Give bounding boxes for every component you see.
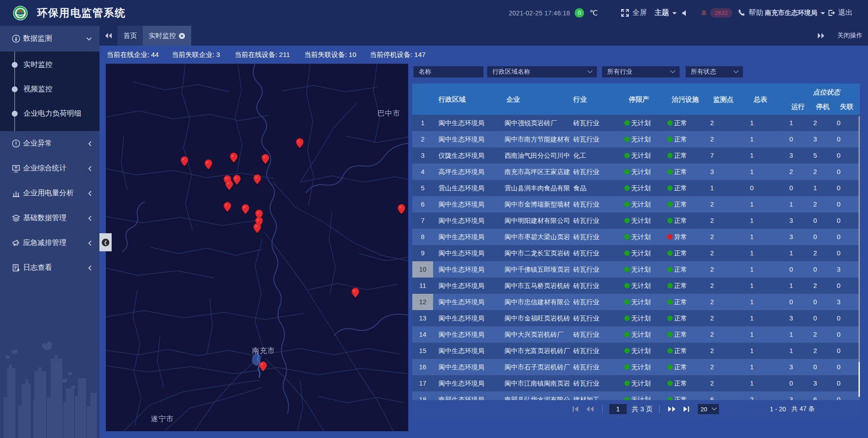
table-row-13[interactable]: 13阆中生态环境局阆中市金福旺页岩机砖砖瓦行业无计划正常21300 bbox=[412, 310, 860, 326]
cell-facility: 正常 bbox=[661, 326, 692, 343]
table-row-16[interactable]: 16阆中生态环境局阆中市石子页岩机砖厂砖瓦行业无计划正常21300 bbox=[412, 359, 860, 375]
map-city-label-南充市: 南充市 bbox=[252, 346, 275, 356]
record-total-label: 共 47 条 bbox=[792, 405, 815, 413]
tab-首页[interactable]: 首页 bbox=[118, 26, 143, 46]
cell-index: 1 bbox=[412, 115, 433, 131]
map-pin[interactable] bbox=[262, 154, 269, 165]
sidebar: 数据监测实时监控视频监控企业电力负荷明细企业异常企业综合统计企业用电量分析基础数… bbox=[0, 26, 99, 438]
table-row-17[interactable]: 17阆中生态环境局阆中市江南镇阆南页岩砖瓦行业无计划正常21030 bbox=[412, 375, 860, 391]
map-pin[interactable] bbox=[181, 156, 188, 167]
org-dropdown[interactable]: 南充市生态环境局 bbox=[765, 9, 825, 17]
cell-limit: 无计划 bbox=[613, 229, 661, 245]
industry-filter-select[interactable]: 所有行业 bbox=[602, 66, 680, 78]
table-row-3[interactable]: 3仪陇生态环境局西南油气田分公司川中化工无计划正常71350 bbox=[412, 147, 860, 164]
status-filter-select[interactable]: 所有状态 bbox=[685, 66, 743, 78]
map-panel[interactable]: ❮ 巴中市南充市遂宁市 bbox=[106, 64, 408, 431]
table-row-2[interactable]: 2阆中生态环境局阆中市南方节能建材有砖瓦行业无计划正常21030 bbox=[412, 131, 860, 147]
name-filter-input[interactable]: 名称 bbox=[413, 66, 484, 78]
table-row-8[interactable]: 8阆中生态环境局阆中市枣碧大梁山页岩砖瓦行业无计划异常21300 bbox=[412, 229, 860, 245]
map-pin[interactable] bbox=[242, 204, 249, 215]
sidebar-item-4[interactable]: 基础数据管理 bbox=[0, 206, 99, 231]
theme-dropdown[interactable]: 主题 bbox=[655, 8, 677, 18]
log-icon bbox=[12, 264, 20, 272]
page-number-input[interactable]: 1 bbox=[609, 404, 627, 414]
megaphone-icon bbox=[12, 239, 20, 247]
notifications-button[interactable]: 2632 bbox=[700, 8, 732, 18]
cell-limit: 无计划 bbox=[613, 391, 661, 400]
table-scrollbar-track[interactable] bbox=[859, 116, 860, 362]
cell-meter: 1 bbox=[732, 196, 772, 212]
map-pin[interactable] bbox=[226, 180, 233, 191]
map-pin[interactable] bbox=[254, 223, 261, 234]
table-row-4[interactable]: 4高坪生态环境局南充市高坪区王家店建砖瓦行业无计划正常31220 bbox=[412, 164, 860, 180]
table-row-10[interactable]: 10阆中生态环境局阆中千佛镇五郎垭页岩砖瓦行业无计划正常21003 bbox=[412, 261, 860, 278]
sidebar-item-0[interactable]: 数据监测 bbox=[0, 26, 99, 52]
mute-button[interactable] bbox=[682, 9, 689, 17]
cell-run: 3 bbox=[772, 229, 803, 245]
chevron-down-icon bbox=[712, 405, 717, 410]
sidebar-item-1[interactable]: 企业异常 bbox=[0, 131, 99, 156]
last-page-button[interactable] bbox=[680, 406, 692, 412]
status-dot-icon bbox=[667, 250, 673, 256]
table-row-7[interactable]: 7阆中生态环境局阆中明阳建材有限公司砖瓦行业无计划正常21300 bbox=[412, 212, 860, 229]
sidebar-subitem-企业电力负荷明细[interactable]: 企业电力负荷明细 bbox=[0, 101, 99, 126]
cell-limit: 无计划 bbox=[613, 310, 661, 326]
main-content: 首页实时监控 关闭操作 当前在线企业: 44当前失联企业: 3当前在线设备: 2… bbox=[99, 26, 868, 438]
help-button[interactable]: 帮助 bbox=[738, 8, 763, 18]
map-pin[interactable] bbox=[296, 138, 303, 149]
map-pin[interactable] bbox=[254, 174, 261, 185]
map-pin[interactable] bbox=[352, 288, 359, 299]
double-chevron-right-icon[interactable] bbox=[817, 33, 825, 39]
logout-button[interactable]: 退出 bbox=[827, 8, 853, 18]
map-pin[interactable] bbox=[230, 153, 237, 164]
tab-close-icon[interactable] bbox=[179, 33, 185, 39]
map-pin[interactable] bbox=[205, 160, 212, 170]
tabs-scroll-left-button[interactable] bbox=[99, 26, 118, 46]
map-pin[interactable] bbox=[398, 204, 405, 215]
sidebar-item-3[interactable]: 企业用电量分析 bbox=[0, 181, 99, 206]
table-row-6[interactable]: 6阆中生态环境局阆中市金博瑞新型墙材砖瓦行业无计划正常21120 bbox=[412, 196, 860, 212]
page-size-select[interactable]: 20 bbox=[698, 404, 719, 414]
fullscreen-button[interactable]: 全屏 bbox=[621, 8, 647, 18]
cell-index: 11 bbox=[412, 278, 433, 294]
cell-run: 1 bbox=[772, 196, 803, 212]
table-row-5[interactable]: 5营山生态环境局营山县润丰肉食品有限食品无计划正常10010 bbox=[412, 180, 860, 196]
col-header-company: 企业 bbox=[506, 84, 520, 115]
cell-region: 阆中生态环境局 bbox=[433, 359, 500, 375]
chart-icon bbox=[12, 189, 20, 198]
map-pin[interactable] bbox=[224, 202, 231, 213]
table-row-18[interactable]: 18南部生态环境局南部县弘华水泥有限公建材加工无计划正常62360 bbox=[412, 391, 860, 400]
table-scrollbar-thumb[interactable] bbox=[859, 362, 860, 397]
table-row-9[interactable]: 9阆中生态环境局阆中市二龙长宝页岩砖砖瓦行业无计划正常21120 bbox=[412, 245, 860, 261]
table-row-11[interactable]: 11阆中生态环境局阆中市五马桥页岩机砖砖瓦行业无计划正常21120 bbox=[412, 278, 860, 294]
sidebar-item-5[interactable]: 应急减排管理 bbox=[0, 231, 99, 255]
cell-index: 6 bbox=[412, 196, 433, 212]
tab-bar: 首页实时监控 关闭操作 bbox=[99, 26, 868, 46]
map-pin[interactable] bbox=[233, 175, 241, 186]
sidebar-item-label: 企业用电量分析 bbox=[23, 188, 74, 198]
sidebar-item-6[interactable]: 日志查看 bbox=[0, 255, 99, 280]
next-page-button[interactable] bbox=[666, 406, 678, 412]
sidebar-subitem-实时监控[interactable]: 实时监控 bbox=[0, 52, 99, 77]
cell-region: 高坪生态环境局 bbox=[433, 164, 500, 180]
table-row-15[interactable]: 15阆中生态环境局阆中市光富页岩机砖厂砖瓦行业无计划正常21120 bbox=[412, 343, 860, 359]
table-row-14[interactable]: 14阆中生态环境局阆中大兴页岩机砖厂砖瓦行业无计划正常21120 bbox=[412, 326, 860, 343]
tab-实时监控[interactable]: 实时监控 bbox=[143, 26, 191, 46]
sidebar-item-label: 数据监测 bbox=[23, 34, 52, 43]
region-filter-select[interactable]: 行政区域名称 bbox=[487, 66, 597, 78]
sidebar-item-2[interactable]: 企业综合统计 bbox=[0, 156, 99, 181]
map-pin[interactable] bbox=[259, 362, 267, 372]
prev-page-button[interactable] bbox=[584, 406, 596, 412]
cell-meter: 1 bbox=[732, 261, 772, 278]
cell-meter: 1 bbox=[732, 294, 772, 310]
first-page-button[interactable] bbox=[570, 406, 581, 412]
map-collapse-button[interactable]: ❮ bbox=[99, 233, 112, 251]
table-row-12[interactable]: 12阆中生态环境局阆中市忠信建材有限公砖瓦行业无计划正常21003 bbox=[412, 294, 860, 310]
table-row-1[interactable]: 1阆中生态环境局阆中强锐页岩砖厂砖瓦行业无计划正常21120 bbox=[412, 115, 860, 131]
sidebar-subitem-视频监控[interactable]: 视频监控 bbox=[0, 77, 99, 101]
status-dot-icon bbox=[667, 267, 673, 272]
status-dot-icon bbox=[667, 364, 673, 370]
bullet-dot-icon bbox=[12, 62, 18, 68]
cell-stop: 2 bbox=[803, 245, 827, 261]
close-operations-button[interactable]: 关闭操作 bbox=[837, 32, 863, 40]
